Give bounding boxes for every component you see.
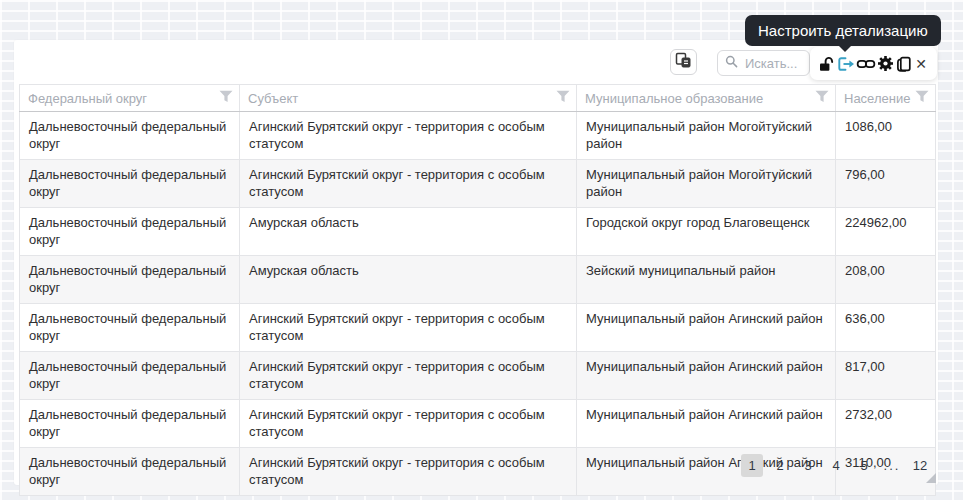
search-icon [724,54,739,73]
close-icon[interactable]: ✕ [913,54,929,74]
table-cell: 224962,00 [836,208,936,256]
table-row: Дальневосточный федеральный округ Агинск… [20,160,936,208]
table-header-row: Федеральный округ Субъект Муниципальное … [20,85,936,112]
page-ellipsis: ... [881,454,903,477]
table-cell: Агинский Бурятский округ - территория с … [240,160,577,208]
table-widget-panel: ✕ Федеральный округ Субъект [14,40,938,485]
tooltip-arrow [838,45,852,52]
table-cell: Дальневосточный федеральный округ [20,208,240,256]
table-cell: Дальневосточный федеральный округ [20,352,240,400]
table-cell: Дальневосточный федеральный округ [20,448,240,496]
table-row: Дальневосточный федеральный округ Амурск… [20,256,936,304]
table-row: Дальневосточный федеральный округ Амурск… [20,208,936,256]
unlock-icon[interactable] [818,54,836,74]
column-header-label: Муниципальное образование [585,91,763,106]
copy-icon[interactable] [895,54,913,74]
table-cell: Агинский Бурятский округ - территория с … [240,304,577,352]
tooltip: Настроить детализацию [745,15,941,46]
filter-icon[interactable] [556,90,570,106]
table-cell: Амурская область [240,208,577,256]
table-cell: Муниципальный район Агинский район [577,352,836,400]
export-icon[interactable] [836,54,856,74]
page-button-current[interactable]: 1 [741,454,763,477]
table-cell: 1086,00 [836,112,936,160]
page-button[interactable]: 3 [797,454,819,477]
page-button[interactable]: 4 [825,454,847,477]
filter-icon[interactable] [915,90,929,106]
column-header-label: Население [844,91,910,106]
table-row: Дальневосточный федеральный округ Агинск… [20,304,936,352]
widget-resize-handle[interactable] [926,473,936,483]
table-cell: 817,00 [836,352,936,400]
widget-view-toggle-button[interactable] [670,49,697,75]
table-cell: Агинский Бурятский округ - территория с … [240,400,577,448]
column-header-federal-district[interactable]: Федеральный округ [20,85,240,112]
table-cell: 636,00 [836,304,936,352]
column-header-municipality[interactable]: Муниципальное образование [577,85,836,112]
table-row: Дальневосточный федеральный округ Агинск… [20,112,936,160]
column-header-label: Субъект [248,91,298,106]
table-cell: Городской округ город Благовещенск [577,208,836,256]
table-cell: 208,00 [836,256,936,304]
tooltip-text: Настроить детализацию [758,22,928,39]
gear-icon[interactable] [876,54,895,74]
page-button[interactable]: 2 [769,454,791,477]
widget-actions-toolbar: ✕ [810,47,937,80]
table-cell: Дальневосточный федеральный округ [20,400,240,448]
table-cell: Муниципальный район Могойтуйский район [577,160,836,208]
filter-icon[interactable] [219,90,233,106]
column-header-population[interactable]: Население [836,85,936,112]
data-table: Федеральный округ Субъект Муниципальное … [19,84,936,496]
search-field[interactable] [717,50,810,76]
column-header-subject[interactable]: Субъект [240,85,577,112]
filter-icon[interactable] [815,90,829,106]
table-cell: Дальневосточный федеральный округ [20,112,240,160]
table-cell: Зейский муниципальный район [577,256,836,304]
table-cell: Муниципальный район Могойтуйский район [577,112,836,160]
table-cell: Агинский Бурятский округ - территория с … [240,352,577,400]
pagination: 1 2 3 4 5 ... 12 [741,454,931,477]
table-cell: 796,00 [836,160,936,208]
link-icon[interactable] [856,54,876,74]
table-cell: Амурская область [240,256,577,304]
table-cell: Муниципальный район Агинский район [577,400,836,448]
table-cell: Агинский Бурятский округ - территория с … [240,448,577,496]
table-cell: Дальневосточный федеральный округ [20,256,240,304]
column-header-label: Федеральный округ [28,91,147,106]
search-input[interactable] [743,55,807,72]
table-cell: Агинский Бурятский округ - территория с … [240,112,577,160]
table-row: Дальневосточный федеральный округ Агинск… [20,400,936,448]
table-row: Дальневосточный федеральный округ Агинск… [20,352,936,400]
panels-icon [675,52,692,73]
table-cell: Муниципальный район Агинский район [577,304,836,352]
page-button[interactable]: 5 [853,454,875,477]
table-cell: 2732,00 [836,400,936,448]
table-cell: Дальневосточный федеральный округ [20,304,240,352]
table-cell: Дальневосточный федеральный округ [20,160,240,208]
